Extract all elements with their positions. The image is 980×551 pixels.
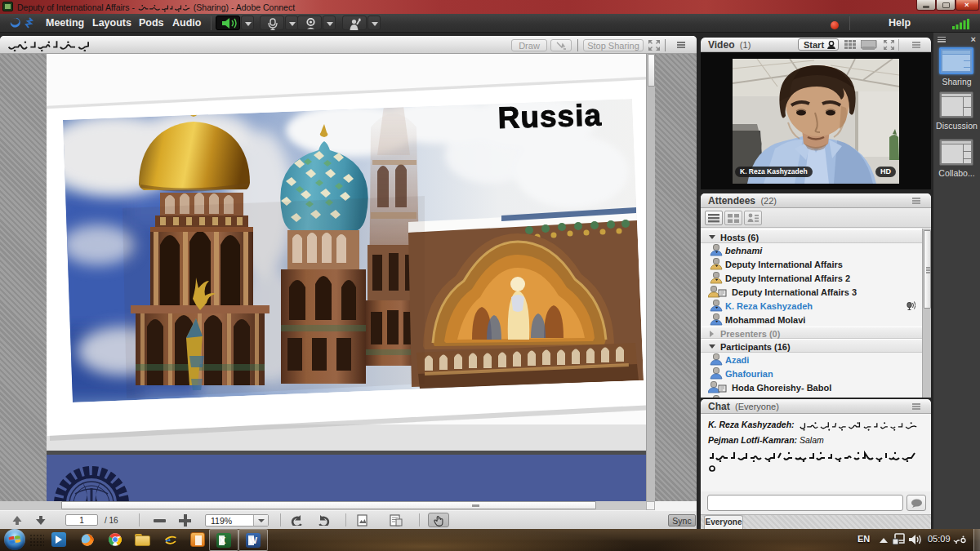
svg-text:Russia: Russia <box>497 98 602 135</box>
